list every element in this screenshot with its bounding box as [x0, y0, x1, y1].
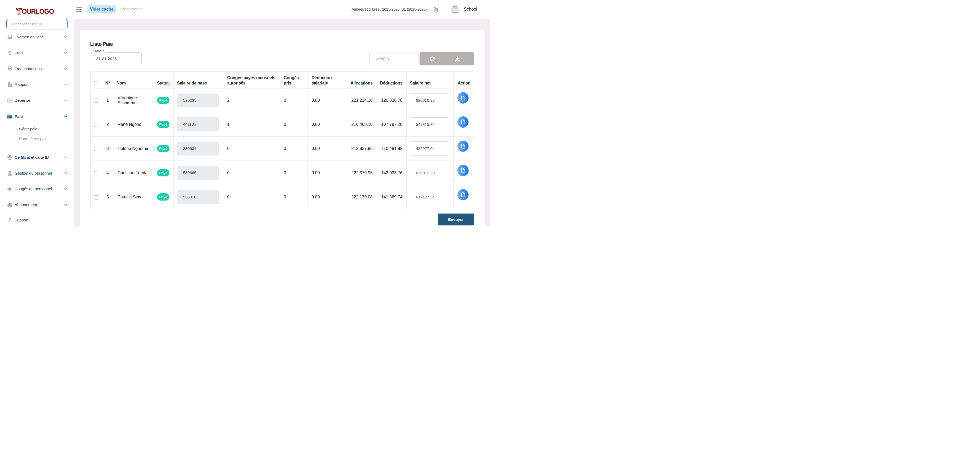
svg-text:A: A	[436, 9, 438, 11]
